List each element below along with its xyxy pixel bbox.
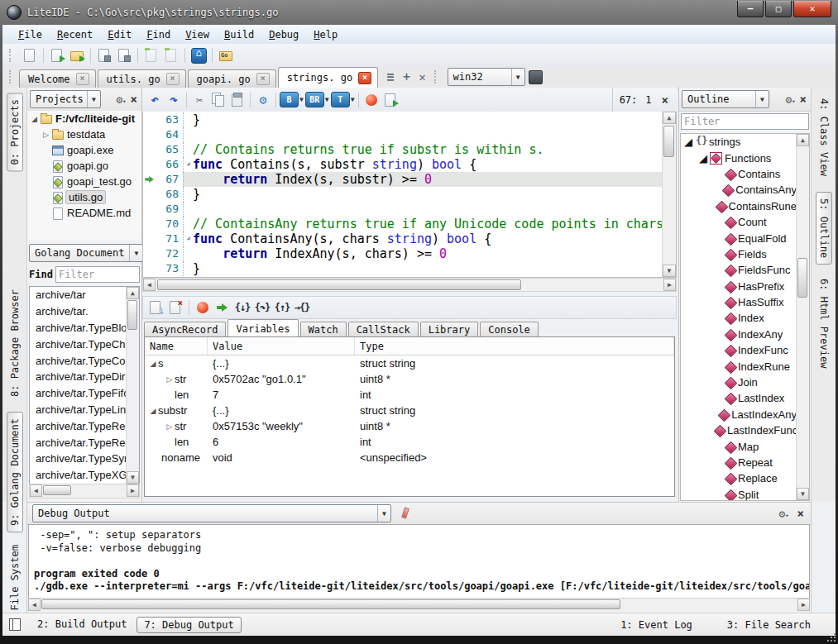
debug-tab-variables[interactable]: Variables (227, 319, 298, 337)
outline-filter-input[interactable] (681, 113, 809, 130)
maximize-button[interactable]: ▢ (765, 1, 792, 17)
step-out-icon[interactable]: {↑} (273, 298, 291, 317)
godoc-list-item[interactable]: archive/tar. (30, 303, 127, 320)
scroll-down-icon[interactable]: ▼ (797, 488, 809, 500)
menu-file[interactable]: File (11, 26, 50, 43)
continue-icon[interactable] (213, 298, 232, 317)
variable-row-str[interactable]: ▷str0x5702ac "go1.0.1"uint8 * (145, 371, 674, 387)
output-horizontal-scrollbar[interactable]: ◀ ▶ (28, 598, 810, 612)
outline-item-lastindex[interactable]: LastIndex (681, 390, 797, 406)
debug-tab-watch[interactable]: Watch (300, 322, 347, 337)
scrollbar-thumb[interactable] (663, 126, 674, 157)
expander-closed-icon[interactable]: ▷ (41, 131, 51, 139)
variable-row-noname[interactable]: nonamevoid<unspecified> (145, 450, 674, 465)
test-button[interactable]: T▼ (331, 90, 356, 110)
stop-debug-icon[interactable] (194, 298, 212, 317)
godoc-folder-icon[interactable] (217, 45, 235, 65)
tab-close-icon[interactable]: × (358, 72, 371, 84)
debug-tab-callstack[interactable]: CallStack (348, 322, 419, 337)
column-header-value[interactable]: Value (208, 337, 355, 355)
stop-icon[interactable] (362, 90, 381, 110)
save-file-icon[interactable] (95, 45, 113, 65)
outline-item-containsrune[interactable]: ContainsRune (681, 198, 797, 214)
doclist-horizontal-scrollbar[interactable]: ◀ ▶ (29, 484, 140, 499)
debug-tab-asyncrecord[interactable]: AsyncRecord (144, 322, 226, 337)
scroll-up-icon[interactable]: ▲ (127, 287, 139, 299)
toolbar-grip[interactable] (9, 49, 16, 62)
godoc-list-item[interactable]: archive/tar.TypeRegA (30, 434, 127, 451)
outline-menu-gear-icon[interactable]: ⚙ (786, 94, 796, 105)
code-line-69[interactable]: 69 (143, 202, 663, 217)
tab-close-icon[interactable]: × (76, 73, 89, 85)
tab-list-icon[interactable]: ≡ (385, 69, 395, 84)
outline-item-lastindexfunc[interactable]: LastIndexFunc (681, 422, 797, 438)
editor-vertical-scrollbar[interactable]: ▲ ▼ (662, 112, 676, 277)
godoc-list-item[interactable]: archive/tar.TypeXGlobalHeader (30, 467, 127, 484)
godoc-list-item[interactable]: archive/tar (30, 287, 127, 303)
outline-item-indexrune[interactable]: IndexRune (681, 358, 797, 374)
projects-menu-gear-icon[interactable]: ⚙ (117, 94, 127, 105)
outline-item-indexany[interactable]: IndexAny (681, 327, 797, 342)
scroll-left-icon[interactable]: ◀ (28, 599, 41, 611)
godoc-list-item[interactable]: archive/tar.TypeBlock (30, 320, 127, 336)
expander-open-icon[interactable]: ◢ (29, 115, 40, 123)
column-header-name[interactable]: Name (145, 337, 208, 355)
outline-close-icon[interactable]: × (798, 93, 808, 105)
outline-item-replace[interactable]: Replace (681, 470, 797, 486)
variable-row-len[interactable]: len6int (145, 434, 674, 450)
status-button-7-debug-output[interactable]: 7: Debug Output (136, 617, 241, 633)
outline-item-map[interactable]: Map (681, 438, 797, 454)
scroll-right-icon[interactable]: ▶ (127, 484, 139, 497)
status-button-1-event-log[interactable]: 1: Event Log (614, 618, 699, 632)
column-header-type[interactable]: Type (355, 337, 674, 355)
chevron-down-icon[interactable]: ▼ (299, 96, 304, 103)
variable-row-substr[interactable]: ◢substr{...}struct string (145, 403, 674, 418)
outline-item-indexfunc[interactable]: IndexFunc (681, 342, 797, 358)
godoc-list-item[interactable]: archive/tar.TypeDir (30, 369, 127, 385)
tree-item-utils-go[interactable]: utils.go (27, 189, 141, 205)
scroll-up-icon[interactable]: ▲ (663, 112, 676, 124)
outline-item-fieldsfunc[interactable]: FieldsFunc (681, 262, 797, 278)
variable-row-str[interactable]: ▷str0x57153c "weekly"uint8 * (145, 418, 674, 434)
side-tab-0-projects[interactable]: 0: Projects (7, 93, 23, 171)
code-line-68[interactable]: 68} (143, 187, 663, 202)
scroll-left-icon[interactable]: ◀ (30, 484, 42, 497)
code-line-65[interactable]: 65// Contains returns true if substr is … (143, 142, 663, 157)
status-button-3-file-search[interactable]: 3: File Search (721, 618, 817, 632)
code-line-71[interactable]: 71◢func ContainsAny(s, chars string) boo… (143, 231, 663, 246)
godoc-list-item[interactable]: archive/tar.TypeCont (30, 352, 127, 369)
scroll-right-icon[interactable]: ▶ (663, 279, 676, 291)
godoc-list-item[interactable]: archive/tar.TypeSymlink (30, 451, 127, 467)
godoc-list-item[interactable]: archive/tar.TypeLink (30, 402, 127, 418)
expander-closed-icon[interactable]: ▷ (165, 422, 175, 431)
paste-icon[interactable] (228, 90, 247, 110)
home-icon[interactable] (189, 45, 208, 65)
code-line-63[interactable]: 63} (143, 112, 663, 127)
status-button-2-build-output[interactable]: 2: Build Output (31, 617, 133, 633)
outline-view-combo[interactable]: Outline ▼ (682, 90, 769, 108)
projects-close-icon[interactable]: × (129, 93, 139, 105)
open-file-icon[interactable] (48, 45, 66, 65)
outline-item-hasprefix[interactable]: HasPrefix (681, 279, 797, 294)
editor-horizontal-scrollbar[interactable]: ◀ ▶ (142, 278, 677, 292)
cut-icon[interactable] (190, 90, 208, 110)
scroll-down-icon[interactable]: ▼ (127, 471, 139, 484)
tab-strings-go[interactable]: strings. go× (278, 67, 378, 88)
godoc-list-item[interactable]: archive/tar.TypeFifo (30, 385, 127, 402)
output-view-combo[interactable]: Debug Output ▼ (32, 504, 391, 522)
scrollbar-thumb[interactable] (127, 300, 137, 330)
code-line-73[interactable]: 73} (143, 261, 663, 276)
export-icon[interactable] (381, 90, 400, 110)
insert-record-icon[interactable] (146, 298, 165, 317)
cursor-box-close-icon[interactable]: × (660, 94, 670, 106)
resize-grip[interactable] (826, 632, 836, 642)
menu-edit[interactable]: Edit (100, 26, 139, 43)
outline-item-contains[interactable]: Contains (681, 166, 797, 182)
code-line-66[interactable]: 66◢func Contains(s, substr string) bool … (143, 157, 663, 172)
target-options-button[interactable] (529, 70, 543, 84)
outline-item-count[interactable]: Count (681, 214, 797, 230)
side-tab-5-outline[interactable]: 5: Outline (816, 192, 832, 265)
build-config-icon[interactable] (254, 90, 272, 110)
add-tab-icon[interactable]: ＋ (399, 69, 414, 84)
doclist-vertical-scrollbar[interactable]: ▲ ▼ (126, 287, 139, 484)
